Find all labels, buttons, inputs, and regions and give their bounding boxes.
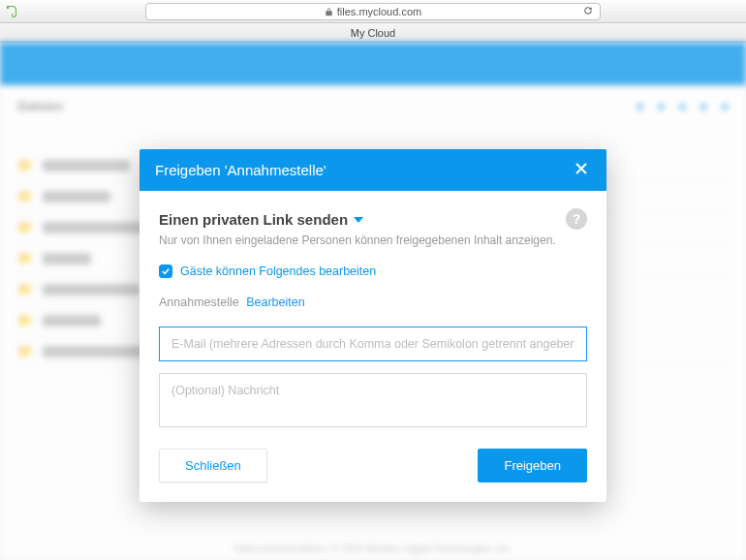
help-icon[interactable]: ? [566,208,587,230]
evernote-icon[interactable] [4,4,19,19]
email-input[interactable] [159,327,587,361]
tab-title: My Cloud [351,27,395,39]
url-text: files.mycloud.com [337,6,421,17]
modal-overlay: Freigeben 'Annahmestelle' Einen privaten… [0,43,746,560]
close-icon[interactable] [572,159,591,181]
privacy-dropdown[interactable]: Einen privaten Link senden [159,211,363,228]
shared-item-line: Annahmestelle Bearbeiten [159,296,587,309]
browser-toolbar: files.mycloud.com [0,0,746,23]
message-input[interactable] [159,373,587,427]
browser-tab[interactable]: My Cloud [0,23,746,43]
modal-title: Freigeben 'Annahmestelle' [155,162,326,178]
guests-edit-label[interactable]: Gäste können Folgendes bearbeiten [180,264,376,278]
modal-header: Freigeben 'Annahmestelle' [140,149,606,191]
share-button[interactable]: Freigeben [478,449,587,482]
address-bar[interactable]: files.mycloud.com [145,3,601,20]
share-modal: Freigeben 'Annahmestelle' Einen privaten… [140,149,606,502]
guests-edit-checkbox[interactable] [159,264,172,278]
privacy-description: Nur von Ihnen eingeladene Personen könne… [159,233,587,247]
reload-icon[interactable] [582,5,594,18]
caret-down-icon [354,212,363,227]
edit-link[interactable]: Bearbeiten [246,296,304,309]
privacy-title: Einen privaten Link senden [159,211,348,228]
shared-item-name: Annahmestelle [159,296,239,309]
lock-icon [325,7,333,16]
close-button[interactable]: Schließen [159,449,267,482]
